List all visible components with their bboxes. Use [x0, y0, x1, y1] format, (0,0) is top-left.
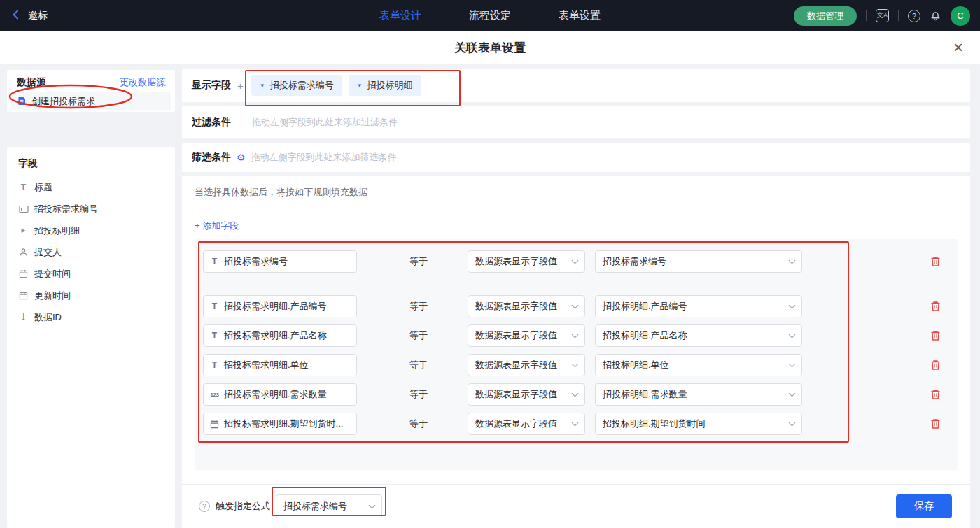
chip-label: 招投标明细 [368, 79, 413, 92]
filter-dropzone[interactable]: 拖动左侧字段到此处来添加过滤条件 [252, 116, 398, 129]
fields-panel-title: 字段 [7, 147, 175, 176]
calendar-icon [18, 291, 29, 300]
rule-operator: 等于 [410, 324, 428, 347]
topbar-separator [866, 10, 867, 21]
rule-field-box[interactable]: 招投标需求编号 [203, 250, 357, 273]
delete-rule-button[interactable] [930, 330, 941, 341]
delete-rule-button[interactable] [930, 418, 941, 429]
sift-dropzone[interactable]: 拖动左侧字段到此处来添加筛选条件 [251, 151, 397, 164]
delete-rule-button[interactable] [930, 359, 941, 371]
rule-operator: 等于 [410, 250, 428, 273]
help-icon[interactable]: ? [199, 501, 210, 512]
source-type-select[interactable]: 数据源表显示字段值 [468, 324, 585, 347]
tab-form-design[interactable]: 表单设计 [379, 9, 421, 22]
source-field-select[interactable]: 招投标明细.单位 [595, 354, 802, 376]
field-item-label: 标题 [34, 181, 52, 194]
source-type-select[interactable]: 数据源表显示字段值 [468, 413, 585, 435]
display-field-chip[interactable]: ▼ 招投标需求编号 [251, 75, 342, 96]
chevron-down-icon [789, 301, 796, 308]
field-item-submit-time[interactable]: 提交时间 [7, 263, 175, 285]
delete-rule-button[interactable] [930, 301, 941, 312]
datasource-item[interactable]: 创建招投标需求 [11, 92, 171, 110]
tab-process-setting[interactable]: 流程设定 [469, 9, 511, 22]
change-datasource-link[interactable]: 更改数据源 [120, 76, 165, 89]
datasource-panel: 数据源 更改数据源 创建招投标需求 [7, 70, 175, 112]
field-item-submitter[interactable]: 提交人 [7, 241, 175, 263]
source-field-value: 招投标明细.单位 [603, 359, 669, 371]
field-item-update-time[interactable]: 更新时间 [7, 285, 175, 306]
add-field-link[interactable]: + 添加字段 [195, 220, 239, 232]
source-type-select[interactable]: 数据源表显示字段值 [468, 354, 585, 376]
rule-field-box[interactable]: 招投标需求明细.需求数量 [203, 383, 357, 406]
main-panel: 显示字段 + ▼ 招投标需求编号 ▼ 招投标明细 过滤条件 拖动左侧字段到此处来… [182, 64, 970, 528]
rule-field-label: 招投标需求明细.单位 [224, 359, 309, 371]
help-icon[interactable]: ? [908, 10, 920, 22]
display-fields-label: 显示字段 [192, 79, 231, 92]
sift-condition-label: 筛选条件 [192, 151, 231, 164]
field-item-data-id[interactable]: 数据ID [7, 306, 175, 328]
chip-label: 招投标需求编号 [270, 79, 334, 92]
source-field-select[interactable]: 招投标明细.期望到货时间 [595, 413, 802, 435]
save-button[interactable]: 保存 [896, 494, 952, 518]
add-display-field-icon[interactable]: + [237, 80, 244, 92]
source-field-select[interactable]: 招投标需求编号 [595, 250, 802, 273]
rules-list: 招投标需求编号 等于 数据源表显示字段值 招投标需求编号 招投 [195, 239, 958, 470]
filter-condition-row: 过滤条件 拖动左侧字段到此处来添加过滤条件 [182, 106, 970, 138]
data-manage-button[interactable]: 数据管理 [794, 6, 857, 26]
modal-footer: ? 触发指定公式 招投标需求编号 保存 [182, 484, 970, 528]
source-field-value: 招投标明细.期望到货时间 [603, 418, 706, 430]
translate-icon[interactable]: 文A [876, 9, 889, 22]
nav-tabs: 表单设计 流程设定 表单设置 [379, 0, 601, 31]
source-type-select[interactable]: 数据源表显示字段值 [468, 250, 585, 273]
person-icon [18, 248, 29, 257]
source-field-select[interactable]: 招投标明细.产品编号 [595, 295, 802, 317]
trigger-formula-label: 触发指定公式 [216, 500, 270, 513]
rule-row: 招投标需求编号 等于 数据源表显示字段值 招投标需求编号 [195, 250, 958, 273]
text-field-icon [209, 301, 220, 311]
fill-rules-hint: 当选择具体数据后，将按如下规则填充数据 [182, 176, 970, 208]
rule-field-box[interactable]: 招投标需求明细.单位 [203, 354, 357, 376]
chevron-down-icon [789, 257, 796, 264]
page-title: 关联表单设置 [454, 40, 526, 56]
gear-icon[interactable]: ⚙ [237, 152, 246, 163]
notification-bell-icon[interactable] [930, 10, 941, 22]
avatar[interactable]: C [951, 6, 970, 26]
input-field-icon [18, 205, 29, 213]
text-field-icon [209, 360, 220, 370]
rule-field-box[interactable]: 招投标需求明细.产品名称 [203, 324, 357, 347]
field-item-title[interactable]: 标题 [7, 176, 175, 198]
field-item-bid-detail[interactable]: 招投标明细 [7, 220, 175, 241]
source-type-select[interactable]: 数据源表显示字段值 [468, 295, 585, 317]
source-field-select[interactable]: 招投标明细.产品名称 [595, 324, 802, 347]
fields-panel: 字段 标题 招投标需求编号 招投标明细 提交人 提交时间 更新时间 数据ID [7, 147, 175, 528]
delete-rule-button[interactable] [930, 256, 941, 267]
rule-field-box[interactable]: 招投标需求明细.产品编号 [203, 295, 357, 317]
rule-row: 招投标需求明细.期望到货时... 等于 数据源表显示字段值 招投标明细.期望到货… [195, 413, 958, 435]
field-item-label: 提交时间 [34, 268, 71, 280]
close-icon[interactable]: × [953, 39, 963, 56]
trigger-formula-select[interactable]: 招投标需求编号 [276, 494, 382, 518]
source-type-value: 数据源表显示字段值 [475, 329, 557, 342]
rule-field-label: 招投标需求明细.产品名称 [224, 329, 327, 342]
display-field-chip[interactable]: ▼ 招投标明细 [349, 75, 421, 96]
chevron-down-icon [789, 331, 796, 338]
source-field-select[interactable]: 招投标明细.需求数量 [595, 383, 802, 406]
rule-row: 招投标需求明细.产品名称 等于 数据源表显示字段值 招投标明细.产品名称 [195, 324, 958, 347]
rule-field-box[interactable]: 招投标需求明细.期望到货时... [203, 413, 357, 435]
back-button[interactable] [10, 8, 22, 23]
source-type-select[interactable]: 数据源表显示字段值 [468, 383, 585, 406]
source-field-value: 招投标明细.产品编号 [603, 300, 687, 313]
id-icon [18, 312, 29, 322]
rule-row: 招投标需求明细.单位 等于 数据源表显示字段值 招投标明细.单位 [195, 354, 958, 376]
field-item-bid-number[interactable]: 招投标需求编号 [7, 198, 175, 220]
document-icon [17, 96, 27, 108]
tab-form-setting[interactable]: 表单设置 [559, 9, 601, 22]
delete-rule-button[interactable] [930, 389, 941, 400]
chevron-down-icon [572, 360, 579, 367]
display-fields-row: 显示字段 + ▼ 招投标需求编号 ▼ 招投标明细 [182, 69, 970, 102]
chevron-down-icon: ▼ [260, 83, 265, 89]
number-field-icon [209, 392, 220, 398]
source-field-value: 招投标明细.产品名称 [603, 329, 687, 342]
datasource-item-label: 创建招投标需求 [31, 95, 95, 108]
topbar-separator [898, 10, 899, 21]
